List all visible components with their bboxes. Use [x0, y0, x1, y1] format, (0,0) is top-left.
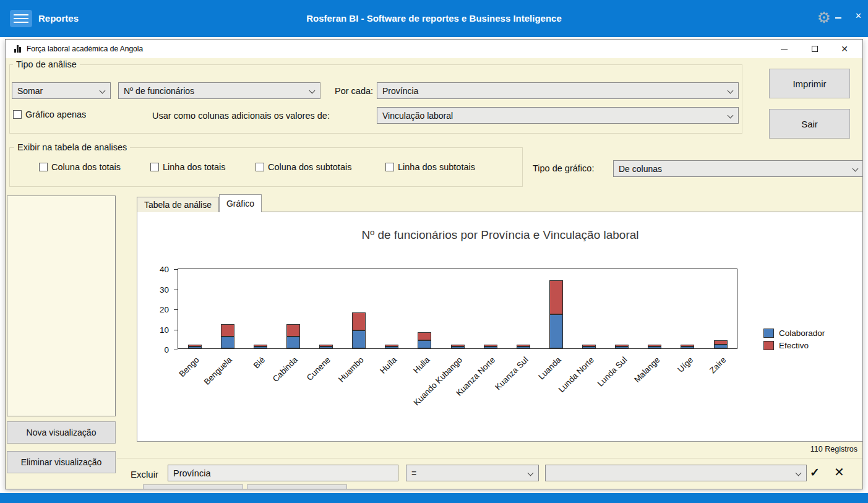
tab-grafico[interactable]: Gráfico [219, 194, 262, 212]
menu-label: Reportes [38, 13, 79, 24]
new-visualization-button[interactable]: Nova visualização [7, 421, 116, 444]
x-axis-label: Huíla [378, 355, 398, 376]
x-axis-label: Bengo [177, 355, 200, 379]
app-titlebar: Reportes Rosferan BI - Software de repor… [0, 0, 868, 37]
bar-segment-colaborador [615, 346, 629, 348]
checkbox-coluna-totais[interactable]: Coluna dos totais [39, 162, 121, 172]
checkbox-input[interactable] [150, 163, 159, 171]
bar-group [408, 269, 441, 348]
per-label: Por cada: [335, 86, 373, 96]
filter-cancel-icon[interactable]: ✕ [834, 465, 844, 479]
analysis-group-title: Tipo de anâlise [13, 59, 80, 69]
application: Reportes Rosferan BI - Software de repor… [0, 0, 868, 503]
window-minimize-button[interactable] [771, 40, 797, 58]
extra-columns-value: Vinculação laboral [382, 111, 453, 121]
bar-segment-colaborador [549, 314, 563, 348]
y-tick-label: 30 [160, 285, 169, 294]
per-value: Província [382, 86, 418, 96]
bar-segment-colaborador [221, 337, 234, 349]
chevron-down-icon [528, 470, 534, 476]
x-label-slot: Huambo [342, 350, 375, 424]
window-title: Força laboral acadèmica de Angola [27, 45, 143, 53]
x-label-slot: Cunene [309, 350, 342, 424]
checkbox-input[interactable] [385, 163, 394, 171]
bar-group [376, 269, 408, 348]
table-options-group-title: Exibir na tabela de analises [14, 142, 130, 152]
plot-area [178, 269, 737, 349]
bar-segment-efectivo [221, 324, 234, 337]
x-axis-label: Uíge [676, 355, 695, 374]
x-label-slot: Huíla [375, 350, 408, 424]
tab-strip: Tabela de análise Gráfico [137, 194, 262, 212]
extra-columns-select[interactable]: Vinculação laboral [377, 107, 739, 124]
chart-title: Nº de funcionários por Província e Vincu… [137, 228, 863, 242]
chart-legend: ColaboradorEfectivo [763, 329, 825, 353]
checkbox-linha-totais[interactable]: Linha dos totais [150, 162, 226, 172]
app-minimize-button[interactable] [835, 12, 845, 22]
filter-operator-select[interactable]: = [406, 465, 539, 481]
checkbox-coluna-subtotais[interactable]: Coluna dos subtotais [256, 162, 351, 172]
filter-field-input[interactable] [168, 465, 398, 481]
x-label-slot: Kuanza Sul [507, 350, 539, 424]
chevron-down-icon [309, 88, 316, 94]
bar-segment-colaborador [188, 346, 202, 348]
x-label-slot: Bié [243, 350, 276, 424]
window-close-button[interactable]: ✕ [831, 40, 857, 58]
checkbox-linha-subtotais[interactable]: Linha dos subtotais [385, 162, 475, 172]
filter-operator-value: = [411, 468, 416, 478]
legend-item: Colaborador [763, 329, 825, 338]
exit-button[interactable]: Sair [769, 109, 850, 139]
y-tick-label: 20 [160, 305, 169, 314]
filter-confirm-icon[interactable]: ✓ [810, 465, 820, 479]
bar-segment-colaborador [319, 346, 333, 348]
bar-segment-colaborador [418, 340, 431, 348]
print-button[interactable]: Imprimir [769, 69, 850, 98]
visualization-list[interactable] [7, 196, 116, 416]
chart-only-checkbox[interactable]: Gráfico apenas [13, 110, 86, 119]
chart-only-label: Gráfico apenas [25, 110, 86, 119]
y-tick-label: 40 [160, 265, 169, 274]
app-close-button[interactable]: ✕ [855, 11, 862, 20]
chevron-down-icon [796, 470, 802, 476]
measure-select[interactable]: Nº de funcionários [118, 82, 320, 99]
x-axis-label: Hulia [411, 355, 431, 375]
legend-swatch [763, 341, 774, 350]
chevron-down-icon [728, 88, 734, 94]
bar-segment-colaborador [714, 345, 728, 349]
chart-type-select[interactable]: De colunas [613, 160, 863, 177]
x-axis-label: Cunene [305, 355, 332, 382]
checkbox-input[interactable] [256, 163, 264, 171]
bar-segment-efectivo [286, 324, 300, 337]
y-axis: 010203040 [137, 269, 178, 350]
checkbox-label: Coluna dos totais [51, 162, 121, 172]
bar-segment-efectivo [352, 312, 366, 330]
gear-icon[interactable]: ⚙ [817, 9, 831, 27]
hamburger-menu-button[interactable] [10, 10, 32, 27]
tab-tabela-de-analise[interactable]: Tabela de análise [137, 197, 219, 212]
x-axis-labels: BengoBenguelaBiéCabindaCuneneHuamboHuíla… [178, 350, 737, 424]
bar-segment-colaborador [582, 346, 596, 348]
window-maximize-button[interactable] [802, 40, 828, 58]
x-label-slot: Cabinda [277, 350, 309, 424]
bar-group [573, 269, 606, 348]
y-tick-label: 10 [160, 325, 169, 335]
delete-visualization-button[interactable]: Eliminar visualização [7, 451, 116, 473]
x-label-slot: Malange [638, 350, 671, 424]
hamburger-icon [14, 14, 28, 15]
checkbox-input[interactable] [39, 163, 48, 171]
legend-label: Efectivo [779, 341, 809, 350]
bar-group [244, 269, 277, 348]
operation-select[interactable]: Somar [12, 82, 111, 99]
chart-tab-page: Nº de funcionários por Província e Vincu… [137, 212, 863, 442]
window-icon [14, 45, 22, 53]
per-select[interactable]: Província [377, 82, 739, 99]
chevron-down-icon [853, 166, 859, 172]
filter-value-select[interactable] [545, 465, 807, 481]
bar-segment-colaborador [648, 346, 661, 348]
x-label-slot: Bengo [178, 350, 210, 424]
x-label-slot: Uíge [672, 350, 705, 424]
chart-type-value: De colunas [619, 164, 662, 174]
x-label-slot: Lunda Sul [606, 350, 638, 424]
bar-group [704, 269, 737, 348]
chart-only-checkbox-input[interactable] [13, 110, 22, 119]
